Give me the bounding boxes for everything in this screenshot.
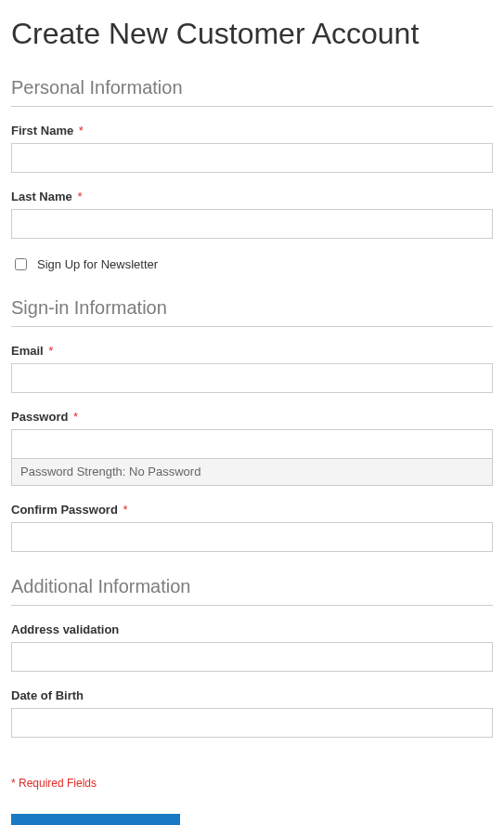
required-marker: *	[77, 190, 82, 203]
required-fields-note: * Required Fields	[11, 777, 493, 790]
email-label: Email *	[11, 344, 493, 358]
password-strength-meter: Password Strength: No Password	[11, 458, 493, 486]
last-name-input[interactable]	[11, 209, 493, 239]
required-marker: *	[79, 124, 84, 138]
last-name-label-text: Last Name	[11, 190, 72, 203]
page-title: Create New Customer Account	[11, 17, 493, 51]
field-address-validation: Address validation	[11, 622, 493, 672]
field-first-name: First Name *	[11, 124, 493, 173]
password-label-text: Password	[11, 410, 68, 424]
required-marker: *	[48, 344, 53, 358]
first-name-label: First Name *	[11, 124, 493, 138]
address-validation-label: Address validation	[11, 622, 493, 636]
section-signin-legend: Sign-in Information	[11, 297, 493, 327]
newsletter-checkbox[interactable]	[15, 258, 27, 270]
dob-label-text: Date of Birth	[11, 688, 84, 702]
field-email: Email *	[11, 344, 493, 393]
section-personal-legend: Personal Information	[11, 77, 493, 107]
field-last-name: Last Name *	[11, 190, 493, 239]
last-name-label: Last Name *	[11, 190, 493, 203]
required-marker: *	[123, 503, 127, 517]
password-strength-value: No Password	[129, 465, 200, 478]
address-validation-label-text: Address validation	[11, 622, 119, 636]
dob-input[interactable]	[11, 708, 493, 738]
field-newsletter: Sign Up for Newsletter	[11, 255, 493, 273]
section-additional-legend: Additional Information	[11, 576, 493, 606]
email-input[interactable]	[11, 363, 493, 393]
password-input[interactable]	[11, 429, 493, 459]
address-validation-input[interactable]	[11, 642, 493, 672]
confirm-password-label-text: Confirm Password	[11, 503, 118, 517]
password-label: Password *	[11, 410, 493, 424]
required-marker: *	[73, 410, 78, 424]
dob-label: Date of Birth	[11, 688, 493, 702]
field-password: Password *	[11, 410, 493, 459]
first-name-label-text: First Name	[11, 124, 73, 138]
create-account-button[interactable]: Create an Account	[11, 814, 180, 825]
field-confirm-password: Confirm Password *	[11, 503, 493, 552]
password-strength-prefix: Password Strength:	[20, 465, 129, 478]
confirm-password-label: Confirm Password *	[11, 503, 493, 517]
newsletter-label: Sign Up for Newsletter	[37, 257, 158, 271]
first-name-input[interactable]	[11, 143, 493, 173]
field-dob: Date of Birth	[11, 688, 493, 738]
email-label-text: Email	[11, 344, 44, 358]
confirm-password-input[interactable]	[11, 522, 493, 552]
